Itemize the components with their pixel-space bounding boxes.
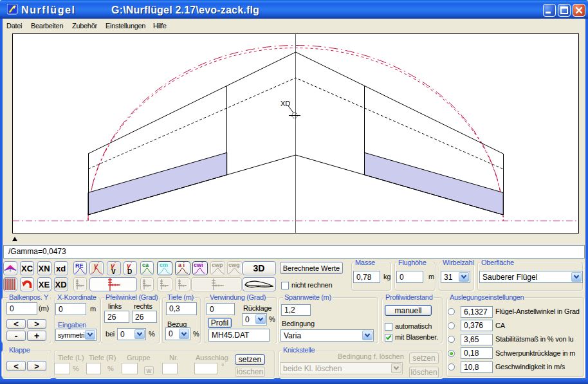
- svg-text:ˇ: ˇ: [131, 262, 133, 266]
- svg-text:ˇ: ˇ: [115, 262, 116, 266]
- svg-text:a i: a i: [178, 262, 185, 268]
- svg-text:cwg: cwg: [228, 262, 240, 268]
- svg-text:ca: ca: [142, 262, 149, 268]
- svg-text:RE: RE: [75, 262, 84, 269]
- svg-text:cwi: cwi: [194, 262, 203, 268]
- svg-text:cm: cm: [160, 262, 168, 268]
- svg-text:ˇ: ˇ: [98, 262, 100, 266]
- svg-text:cwp: cwp: [212, 262, 223, 268]
- svg-text:XD: XD: [280, 100, 290, 107]
- svg-text:V: V: [111, 268, 116, 275]
- svg-text:D: D: [127, 268, 132, 275]
